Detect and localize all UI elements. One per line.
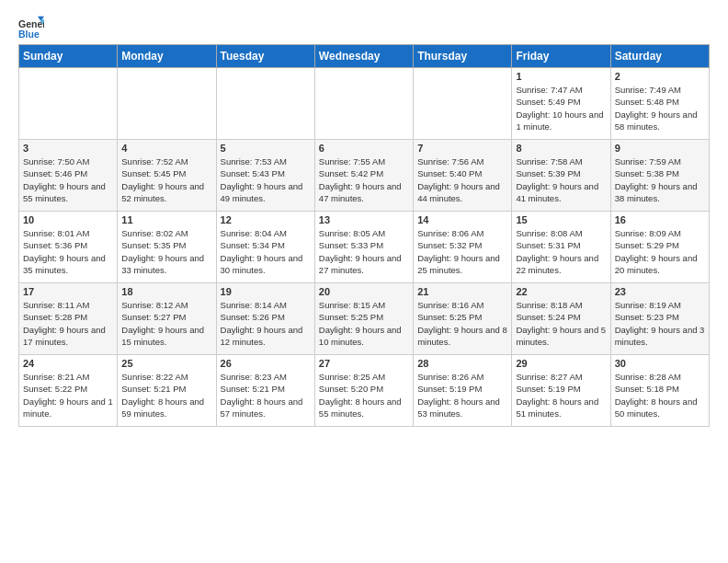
- calendar-header-row: SundayMondayTuesdayWednesdayThursdayFrid…: [19, 45, 710, 68]
- day-number: 4: [121, 143, 211, 154]
- day-number: 22: [516, 286, 606, 297]
- calendar-cell: 30Sunrise: 8:28 AM Sunset: 5:18 PM Dayli…: [610, 355, 709, 427]
- calendar-cell: 17Sunrise: 8:11 AM Sunset: 5:28 PM Dayli…: [19, 283, 118, 355]
- calendar-cell: 28Sunrise: 8:26 AM Sunset: 5:19 PM Dayli…: [414, 355, 512, 427]
- day-info: Sunrise: 8:06 AM Sunset: 5:32 PM Dayligh…: [417, 227, 507, 276]
- calendar-cell: 16Sunrise: 8:09 AM Sunset: 5:29 PM Dayli…: [610, 212, 709, 283]
- calendar-cell: 9Sunrise: 7:59 AM Sunset: 5:38 PM Daylig…: [610, 140, 709, 212]
- day-number: 18: [121, 286, 211, 297]
- calendar-cell: 18Sunrise: 8:12 AM Sunset: 5:27 PM Dayli…: [118, 283, 216, 355]
- calendar-cell: [19, 68, 118, 140]
- day-info: Sunrise: 8:16 AM Sunset: 5:25 PM Dayligh…: [417, 299, 507, 348]
- day-number: 19: [221, 286, 311, 297]
- day-number: 12: [221, 214, 311, 225]
- calendar-week-row: 3Sunrise: 7:50 AM Sunset: 5:46 PM Daylig…: [19, 140, 710, 212]
- calendar-cell: 14Sunrise: 8:06 AM Sunset: 5:32 PM Dayli…: [414, 212, 512, 283]
- day-info: Sunrise: 8:09 AM Sunset: 5:29 PM Dayligh…: [615, 227, 705, 276]
- calendar-cell: 20Sunrise: 8:15 AM Sunset: 5:25 PM Dayli…: [314, 283, 413, 355]
- day-info: Sunrise: 7:50 AM Sunset: 5:46 PM Dayligh…: [23, 155, 113, 204]
- calendar-table: SundayMondayTuesdayWednesdayThursdayFrid…: [18, 44, 710, 427]
- day-number: 24: [23, 358, 113, 369]
- calendar-cell: 3Sunrise: 7:50 AM Sunset: 5:46 PM Daylig…: [19, 140, 118, 212]
- day-info: Sunrise: 8:22 AM Sunset: 5:21 PM Dayligh…: [121, 371, 211, 419]
- calendar-cell: 6Sunrise: 7:55 AM Sunset: 5:42 PM Daylig…: [314, 140, 413, 212]
- day-info: Sunrise: 7:52 AM Sunset: 5:45 PM Dayligh…: [121, 155, 211, 204]
- day-info: Sunrise: 8:02 AM Sunset: 5:35 PM Dayligh…: [121, 227, 211, 276]
- day-number: 28: [417, 358, 507, 369]
- day-info: Sunrise: 7:53 AM Sunset: 5:43 PM Dayligh…: [221, 155, 311, 204]
- day-number: 21: [417, 286, 507, 297]
- day-info: Sunrise: 8:04 AM Sunset: 5:34 PM Dayligh…: [221, 227, 311, 276]
- day-number: 30: [615, 358, 705, 369]
- day-info: Sunrise: 8:01 AM Sunset: 5:36 PM Dayligh…: [23, 227, 113, 276]
- calendar-cell: 8Sunrise: 7:58 AM Sunset: 5:39 PM Daylig…: [512, 140, 610, 212]
- day-number: 23: [615, 286, 705, 297]
- calendar-cell: 27Sunrise: 8:25 AM Sunset: 5:20 PM Dayli…: [314, 355, 413, 427]
- calendar-cell: 25Sunrise: 8:22 AM Sunset: 5:21 PM Dayli…: [118, 355, 216, 427]
- calendar-cell: 4Sunrise: 7:52 AM Sunset: 5:45 PM Daylig…: [118, 140, 216, 212]
- day-number: 20: [319, 286, 409, 297]
- day-info: Sunrise: 7:47 AM Sunset: 5:49 PM Dayligh…: [516, 84, 606, 132]
- col-header-saturday: Saturday: [610, 45, 709, 68]
- day-number: 26: [221, 358, 311, 369]
- day-info: Sunrise: 8:11 AM Sunset: 5:28 PM Dayligh…: [23, 299, 113, 348]
- calendar-cell: 15Sunrise: 8:08 AM Sunset: 5:31 PM Dayli…: [512, 212, 610, 283]
- calendar-cell: 29Sunrise: 8:27 AM Sunset: 5:19 PM Dayli…: [512, 355, 610, 427]
- day-info: Sunrise: 8:19 AM Sunset: 5:23 PM Dayligh…: [615, 299, 705, 348]
- day-info: Sunrise: 8:27 AM Sunset: 5:19 PM Dayligh…: [516, 371, 606, 419]
- day-number: 2: [615, 71, 705, 82]
- calendar-week-row: 1Sunrise: 7:47 AM Sunset: 5:49 PM Daylig…: [19, 68, 710, 140]
- svg-text:Blue: Blue: [18, 29, 40, 40]
- day-number: 8: [516, 143, 606, 154]
- calendar-week-row: 24Sunrise: 8:21 AM Sunset: 5:22 PM Dayli…: [19, 355, 710, 427]
- col-header-thursday: Thursday: [414, 45, 512, 68]
- day-number: 25: [121, 358, 211, 369]
- calendar-week-row: 10Sunrise: 8:01 AM Sunset: 5:36 PM Dayli…: [19, 212, 710, 283]
- day-number: 16: [615, 214, 705, 225]
- day-number: 1: [516, 71, 606, 82]
- calendar-cell: 11Sunrise: 8:02 AM Sunset: 5:35 PM Dayli…: [118, 212, 216, 283]
- logo-icon: General Blue: [18, 15, 44, 40]
- calendar-cell: [414, 68, 512, 140]
- day-info: Sunrise: 7:58 AM Sunset: 5:39 PM Dayligh…: [516, 155, 606, 204]
- day-number: 13: [319, 214, 409, 225]
- day-number: 17: [23, 286, 113, 297]
- day-info: Sunrise: 8:14 AM Sunset: 5:26 PM Dayligh…: [221, 299, 311, 348]
- day-info: Sunrise: 8:05 AM Sunset: 5:33 PM Dayligh…: [319, 227, 409, 276]
- day-info: Sunrise: 8:23 AM Sunset: 5:21 PM Dayligh…: [221, 371, 311, 419]
- day-number: 10: [23, 214, 113, 225]
- day-info: Sunrise: 8:12 AM Sunset: 5:27 PM Dayligh…: [121, 299, 211, 348]
- day-info: Sunrise: 7:56 AM Sunset: 5:40 PM Dayligh…: [417, 155, 507, 204]
- calendar-cell: 23Sunrise: 8:19 AM Sunset: 5:23 PM Dayli…: [610, 283, 709, 355]
- calendar-week-row: 17Sunrise: 8:11 AM Sunset: 5:28 PM Dayli…: [19, 283, 710, 355]
- day-number: 15: [516, 214, 606, 225]
- day-info: Sunrise: 8:26 AM Sunset: 5:19 PM Dayligh…: [417, 371, 507, 419]
- header: General Blue: [18, 15, 710, 40]
- day-number: 14: [417, 214, 507, 225]
- day-number: 29: [516, 358, 606, 369]
- day-info: Sunrise: 7:49 AM Sunset: 5:48 PM Dayligh…: [615, 84, 705, 132]
- calendar-cell: 13Sunrise: 8:05 AM Sunset: 5:33 PM Dayli…: [314, 212, 413, 283]
- col-header-friday: Friday: [512, 45, 610, 68]
- calendar-cell: 2Sunrise: 7:49 AM Sunset: 5:48 PM Daylig…: [610, 68, 709, 140]
- calendar-cell: 24Sunrise: 8:21 AM Sunset: 5:22 PM Dayli…: [19, 355, 118, 427]
- calendar-cell: 5Sunrise: 7:53 AM Sunset: 5:43 PM Daylig…: [216, 140, 314, 212]
- day-info: Sunrise: 8:08 AM Sunset: 5:31 PM Dayligh…: [516, 227, 606, 276]
- calendar-cell: 21Sunrise: 8:16 AM Sunset: 5:25 PM Dayli…: [414, 283, 512, 355]
- day-number: 3: [23, 143, 113, 154]
- day-info: Sunrise: 8:18 AM Sunset: 5:24 PM Dayligh…: [516, 299, 606, 348]
- calendar-cell: [216, 68, 314, 140]
- col-header-wednesday: Wednesday: [314, 45, 413, 68]
- day-number: 27: [319, 358, 409, 369]
- page-container: General Blue SundayMondayTuesdayWednesda…: [0, 0, 728, 436]
- col-header-sunday: Sunday: [19, 45, 118, 68]
- day-number: 7: [417, 143, 507, 154]
- col-header-tuesday: Tuesday: [216, 45, 314, 68]
- day-info: Sunrise: 8:15 AM Sunset: 5:25 PM Dayligh…: [319, 299, 409, 348]
- day-info: Sunrise: 8:28 AM Sunset: 5:18 PM Dayligh…: [615, 371, 705, 419]
- day-info: Sunrise: 7:59 AM Sunset: 5:38 PM Dayligh…: [615, 155, 705, 204]
- calendar-cell: 1Sunrise: 7:47 AM Sunset: 5:49 PM Daylig…: [512, 68, 610, 140]
- day-info: Sunrise: 7:55 AM Sunset: 5:42 PM Dayligh…: [319, 155, 409, 204]
- logo: General Blue: [18, 15, 48, 40]
- calendar-cell: 19Sunrise: 8:14 AM Sunset: 5:26 PM Dayli…: [216, 283, 314, 355]
